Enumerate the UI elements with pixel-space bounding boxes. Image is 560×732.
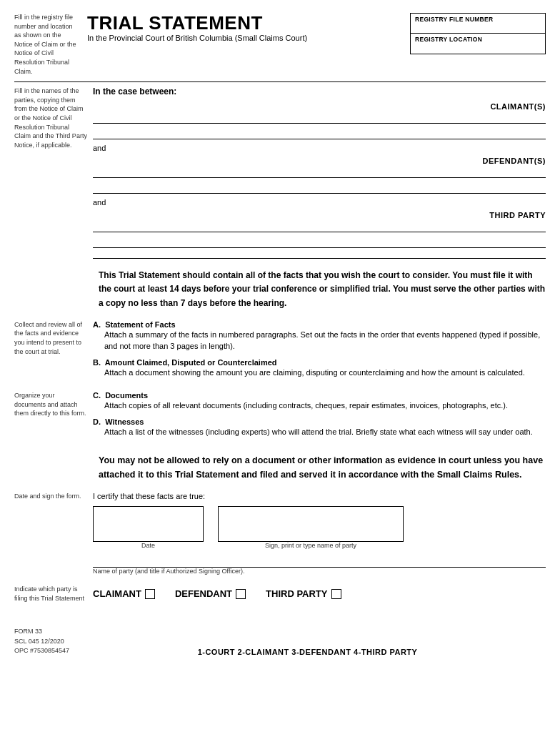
indicate-body: CLAIMANT DEFENDANT THIRD PARTY <box>93 585 546 603</box>
sig-body: I certify that these facts are true: Dat… <box>93 492 546 576</box>
claimant-label: CLAIMANT(S) <box>490 102 546 111</box>
third-party-underline-2 <box>93 235 546 248</box>
scl-number: SCL 045 12/2020 <box>14 637 69 647</box>
sig-left-margin: Date and sign the form. <box>14 492 93 576</box>
indicate-instruction: Indicate which party is filing this Tria… <box>14 585 84 602</box>
third-party-checkbox-group: THIRD PARTY <box>266 588 341 599</box>
instruction-d: D. Witnesses Attach a list of the witnes… <box>93 417 546 438</box>
distribution-text: 1-COURT 2-CLAIMANT 3-DEFENDANT 4-THIRD P… <box>198 648 418 656</box>
sign-box-label: Sign, print or type name of party <box>218 542 404 549</box>
instruction-b: B. Amount Claimed, Disputed or Countercl… <box>93 358 546 379</box>
sign-box-container: Sign, print or type name of party <box>218 506 404 549</box>
organize-instruction: Organize your documents and attach them … <box>14 392 86 417</box>
date-box[interactable] <box>93 506 204 542</box>
header-divider <box>14 81 546 82</box>
instruction-b-header: B. Amount Claimed, Disputed or Countercl… <box>93 358 277 367</box>
case-between-section: Fill in the registry file number and loc… <box>14 86 546 251</box>
instruction-a-text: Attach a summary of the facts in numbere… <box>93 329 546 352</box>
defendant-party-line: DEFENDANT(S) <box>93 157 546 165</box>
instruction-b-text: Attach a document showing the amount you… <box>93 367 546 379</box>
page-subtitle: In the Provincial Court of British Colum… <box>87 34 307 42</box>
sign-box[interactable] <box>218 506 404 542</box>
instruction-c-text: Attach copies of all relevant documents … <box>93 400 546 412</box>
defendant-checkbox-label: DEFENDANT <box>175 588 232 599</box>
date-box-label: Date <box>93 542 204 549</box>
indicate-left-margin: Indicate which party is filing this Tria… <box>14 585 93 603</box>
warning-section: You may not be allowed to rely on a docu… <box>14 453 546 482</box>
claimant-underline-1 <box>93 111 546 124</box>
name-line-label: Name of party (and title if Authorized S… <box>93 568 546 575</box>
registry-location-label: REGISTRY LOCATION <box>415 36 541 43</box>
organize-margin: Organize your documents and attach them … <box>14 391 93 443</box>
registry-location-row: REGISTRY LOCATION <box>411 34 545 54</box>
footer-distribution: 1-COURT 2-CLAIMANT 3-DEFENDANT 4-THIRD P… <box>69 643 546 656</box>
claimant-checkbox-group: CLAIMANT <box>93 588 155 599</box>
third-party-checkbox[interactable] <box>331 589 341 599</box>
sig-boxes: Date Sign, print or type name of party <box>93 506 546 549</box>
instruction-c: C. Documents Attach copies of all releva… <box>93 391 546 412</box>
header-area: Fill in the registry file number and loc… <box>14 13 546 76</box>
page: Fill in the registry file number and loc… <box>0 0 560 732</box>
defendant-checkbox[interactable] <box>236 589 246 599</box>
instruction-a-header: A. Statement of Facts <box>93 320 176 329</box>
instructions-c-d-body: C. Documents Attach copies of all releva… <box>93 391 546 443</box>
name-line-container: Name of party (and title if Authorized S… <box>93 556 546 575</box>
defendant-underline-2 <box>93 181 546 194</box>
sign-instruction: Date and sign the form. <box>14 493 81 500</box>
instruction-c-header: C. Documents <box>93 391 148 400</box>
claimant-party-line: CLAIMANT(S) <box>93 102 546 111</box>
instructions-a-b-body: A. Statement of Facts Attach a summary o… <box>93 320 546 385</box>
defendant-checkbox-group: DEFENDANT <box>175 588 246 599</box>
defendant-label: DEFENDANT(S) <box>483 157 546 165</box>
warning-text: You may not be allowed to rely on a docu… <box>99 453 546 482</box>
third-party-label: THIRD PARTY <box>489 211 546 219</box>
claimant-checkbox[interactable] <box>145 589 155 599</box>
claimant-checkbox-label: CLAIMANT <box>93 588 141 599</box>
instruction-d-header: D. Witnesses <box>93 417 144 426</box>
page-title: TRIAL STATEMENT <box>87 13 307 34</box>
defendant-underline-1 <box>93 165 546 178</box>
collect-review-margin: Collect and review all of the facts and … <box>14 320 93 385</box>
case-left-margin: Fill in the registry file number and loc… <box>14 86 93 251</box>
date-box-container: Date <box>93 506 204 549</box>
case-parties-instruction: Fill in the names of the parties, copyin… <box>14 87 87 149</box>
instruction-a: A. Statement of Facts Attach a summary o… <box>93 320 546 352</box>
third-party-party-line: THIRD PARTY <box>93 211 546 219</box>
case-form-body: In the case between: CLAIMANT(S) and DEF… <box>93 86 546 251</box>
and-label-2: and <box>93 198 546 207</box>
signature-section: Date and sign the form. I certify that t… <box>14 492 546 576</box>
footer-area: FORM 33 SCL 045 12/2020 OPC #7530854547 … <box>14 615 546 656</box>
notice-text: This Trial Statement should contain all … <box>99 269 546 310</box>
and-label-1: and <box>93 144 546 152</box>
third-party-checkbox-label: THIRD PARTY <box>266 588 327 599</box>
form-number: FORM 33 <box>14 627 69 637</box>
instruction-d-text: Attach a list of the witnesses (includin… <box>93 426 546 438</box>
registry-file-number-label: REGISTRY FILE NUMBER <box>415 16 541 23</box>
title-block: TRIAL STATEMENT In the Provincial Court … <box>87 13 307 42</box>
section-divider-1 <box>93 258 546 259</box>
claimant-underline-2 <box>93 127 546 139</box>
instructions-c-d: Organize your documents and attach them … <box>14 391 546 443</box>
indicate-party-section: Indicate which party is filing this Tria… <box>14 585 546 603</box>
registry-box: REGISTRY FILE NUMBER REGISTRY LOCATION <box>410 13 546 54</box>
instructions-a-b: Collect and review all of the facts and … <box>14 320 546 385</box>
footer-left: FORM 33 SCL 045 12/2020 OPC #7530854547 <box>14 627 69 656</box>
registry-file-number-row: REGISTRY FILE NUMBER <box>411 14 545 34</box>
header-instruction: Fill in the registry file number and loc… <box>14 13 79 76</box>
case-between-label: In the case between: <box>93 86 546 97</box>
third-party-underline-1 <box>93 219 546 232</box>
certify-text: I certify that these facts are true: <box>93 492 546 500</box>
collect-review-instruction: Collect and review all of the facts and … <box>14 321 82 355</box>
opc-number: OPC #7530854547 <box>14 646 69 656</box>
name-line <box>93 556 546 568</box>
notice-section: This Trial Statement should contain all … <box>14 269 546 310</box>
header-left: Fill in the registry file number and loc… <box>14 13 307 76</box>
